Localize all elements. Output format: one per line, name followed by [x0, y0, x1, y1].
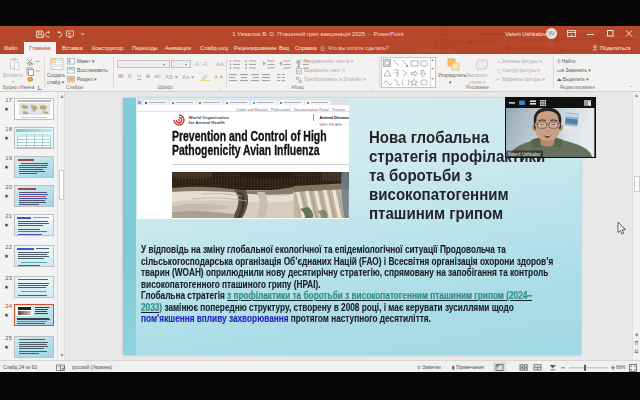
svg-text:Valerii Ushkalov: Valerii Ushkalov [508, 152, 541, 157]
